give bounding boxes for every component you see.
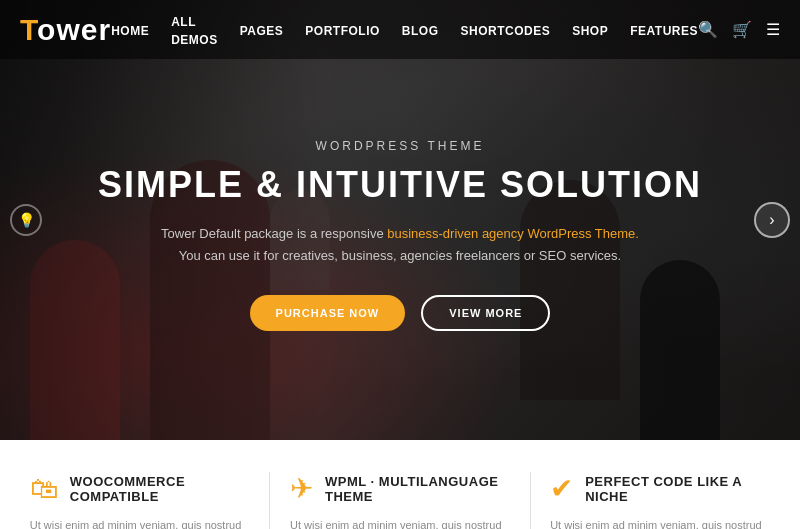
search-icon[interactable]: 🔍 bbox=[698, 20, 718, 39]
menu-icon[interactable]: ☰ bbox=[766, 20, 780, 39]
lightbulb-icon: 💡 bbox=[18, 212, 35, 228]
nav-icons: 🔍 🛒 ☰ bbox=[698, 20, 780, 39]
chevron-right-icon: › bbox=[769, 211, 774, 229]
nav-item-shortcodes[interactable]: SHORTCODES bbox=[461, 21, 551, 39]
hero-subtitle: WORDPRESS THEME bbox=[316, 139, 485, 153]
purchase-now-button[interactable]: PURCHASE NOW bbox=[250, 295, 406, 331]
logo-accent: T bbox=[20, 13, 37, 46]
nav-item-home[interactable]: HOME bbox=[111, 21, 149, 39]
hero-title: SIMPLE & INTUITIVE SOLUTION bbox=[98, 165, 702, 205]
hero-desc-link[interactable]: business-driven agency WordPress Theme. bbox=[387, 226, 639, 241]
features-section: 🛍 WOOCOMMERCE COMPATIBLE Ut wisi enim ad… bbox=[0, 440, 800, 529]
hero-content: WORDPRESS THEME SIMPLE & INTUITIVE SOLUT… bbox=[0, 0, 800, 440]
feature-woocommerce-title: WOOCOMMERCE COMPATIBLE bbox=[70, 474, 250, 504]
nav-item-blog[interactable]: BLOG bbox=[402, 21, 439, 39]
feature-code-desc: Ut wisi enim ad minim veniam, quis nostr… bbox=[550, 517, 762, 529]
nav-item-shop[interactable]: SHOP bbox=[572, 21, 608, 39]
cart-icon[interactable]: 🛒 bbox=[732, 20, 752, 39]
feature-code-title: PERFECT CODE LIKE A NICHE bbox=[585, 474, 770, 504]
hero-buttons: PURCHASE NOW VIEW MORE bbox=[250, 295, 551, 331]
feature-wpml-title: WPML · MULTILANGUAGE THEME bbox=[325, 474, 510, 504]
nav-item-features[interactable]: FEATURES bbox=[630, 21, 698, 39]
hero-description: Tower Default package is a responsive bu… bbox=[161, 223, 639, 267]
feature-divider-2 bbox=[530, 472, 531, 529]
nav-item-pages[interactable]: PAGES bbox=[240, 21, 284, 39]
code-icon: ✔ bbox=[550, 472, 573, 505]
logo-text: ower bbox=[37, 13, 111, 46]
nav-item-all-demos[interactable]: ALL DEMOS bbox=[171, 12, 218, 48]
feature-woocommerce: 🛍 WOOCOMMERCE COMPATIBLE Ut wisi enim ad… bbox=[30, 472, 250, 529]
feature-woocommerce-desc: Ut wisi enim ad minim veniam, quis nostr… bbox=[30, 517, 242, 529]
feature-divider-1 bbox=[269, 472, 270, 529]
slide-indicator-icon[interactable]: 💡 bbox=[10, 204, 42, 236]
view-more-button[interactable]: VIEW MORE bbox=[421, 295, 550, 331]
next-slide-button[interactable]: › bbox=[754, 202, 790, 238]
feature-wpml-desc: Ut wisi enim ad minim veniam, quis nostr… bbox=[290, 517, 502, 529]
site-logo[interactable]: Tower bbox=[20, 13, 111, 47]
woocommerce-icon: 🛍 bbox=[30, 472, 58, 505]
main-nav: HOME ALL DEMOS PAGES PORTFOLIO BLOG SHOR… bbox=[111, 12, 698, 48]
nav-item-portfolio[interactable]: PORTFOLIO bbox=[305, 21, 380, 39]
feature-wpml: ✈ WPML · MULTILANGUAGE THEME Ut wisi eni… bbox=[290, 472, 510, 529]
site-header: Tower HOME ALL DEMOS PAGES PORTFOLIO BLO… bbox=[0, 0, 800, 59]
feature-code: ✔ PERFECT CODE LIKE A NICHE Ut wisi enim… bbox=[550, 472, 770, 529]
wpml-icon: ✈ bbox=[290, 472, 313, 505]
